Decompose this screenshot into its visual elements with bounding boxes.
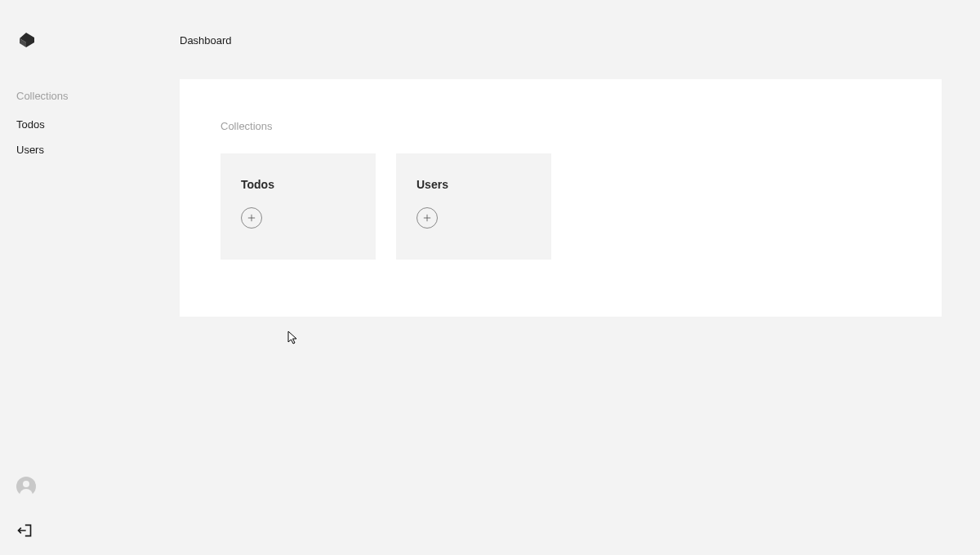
logo-icon (16, 31, 36, 51)
sidebar-section-title: Collections (16, 90, 147, 102)
collection-card-users[interactable]: Users (396, 153, 551, 260)
plus-icon (247, 214, 256, 222)
add-users-button[interactable] (416, 207, 438, 229)
logout-icon (16, 522, 33, 539)
collection-card-todos[interactable]: Todos (220, 153, 376, 260)
logout-button[interactable] (16, 522, 33, 539)
sidebar-footer (16, 477, 36, 539)
cursor-icon (287, 331, 299, 345)
panel-section-title: Collections (220, 120, 901, 132)
card-title: Todos (241, 178, 355, 191)
card-title: Users (416, 178, 531, 191)
main-content: Dashboard Collections Todos Users (180, 0, 980, 317)
sidebar-item-users[interactable]: Users (16, 144, 147, 156)
collections-panel: Collections Todos Users (180, 79, 942, 317)
add-todos-button[interactable] (241, 207, 262, 229)
cards-row: Todos Users (220, 153, 901, 260)
page-title: Dashboard (180, 34, 980, 47)
app-logo[interactable] (16, 31, 36, 51)
avatar[interactable] (16, 477, 36, 496)
plus-icon (423, 214, 431, 222)
sidebar-item-todos[interactable]: Todos (16, 118, 147, 131)
sidebar: Collections Todos Users (0, 0, 163, 555)
